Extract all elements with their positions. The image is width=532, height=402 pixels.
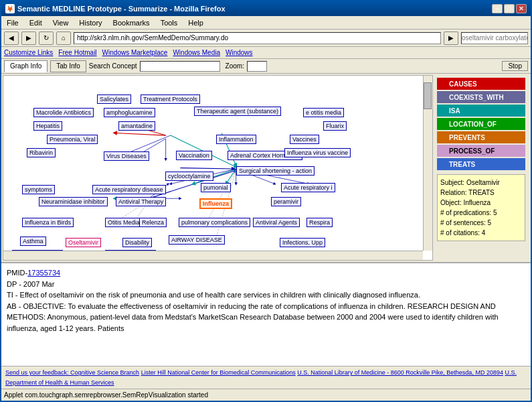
node-treatment-protocols[interactable]: Treatment Protocols bbox=[141, 94, 200, 104]
menu-file[interactable]: File bbox=[4, 18, 21, 27]
node-pulmonary-complications[interactable]: pulmonary complications bbox=[179, 218, 250, 227]
footer-link-1[interactable]: Send us your feedback: Cognitive Science… bbox=[5, 369, 139, 376]
menu-edit[interactable]: Edit bbox=[27, 18, 45, 27]
node-ribavirin[interactable]: Ribavirin bbox=[27, 148, 56, 157]
info-relation: Relation: TREATS bbox=[440, 188, 522, 198]
node-influenza[interactable]: Influenza bbox=[199, 198, 232, 209]
svg-line-18 bbox=[115, 133, 166, 135]
node-pneumonia-viral[interactable]: Pneumonia, Viral bbox=[47, 135, 98, 144]
vertical-scrollbar[interactable] bbox=[423, 76, 432, 251]
legend-isa[interactable]: ISA bbox=[437, 105, 525, 117]
node-antiviral-therapy[interactable]: Antiviral Therapy bbox=[116, 197, 166, 206]
node-fluarix[interactable]: Fluarix bbox=[323, 121, 347, 131]
legend-prevents[interactable]: PREVENTS bbox=[437, 131, 525, 143]
node-macrolide[interactable]: Macrolide Antibiotics bbox=[33, 108, 94, 117]
address-bar[interactable]: http://skr3.nlm.nih.gov/SemMedDemo/Summa… bbox=[74, 32, 441, 44]
links-hotmail[interactable]: Free Hotmail bbox=[58, 49, 96, 56]
node-airway-disease[interactable]: AIRWAY DISEASE bbox=[169, 235, 225, 245]
legend-location[interactable]: LOCATION_OF bbox=[437, 118, 525, 130]
tab-info-tab[interactable]: Tab Info bbox=[50, 60, 86, 72]
pmid-label: PMID- bbox=[7, 269, 27, 277]
legend-causes[interactable]: CAUSES bbox=[437, 78, 525, 90]
graph-svg bbox=[3, 76, 432, 260]
back-button[interactable]: ◀ bbox=[4, 31, 19, 45]
info-citations: # of citations: 4 bbox=[440, 228, 522, 238]
pmid-link[interactable]: 17355734 bbox=[27, 269, 60, 277]
links-media[interactable]: Windows Media bbox=[173, 49, 220, 56]
maximize-button[interactable]: □ bbox=[504, 4, 515, 13]
links-customize[interactable]: Customize Links bbox=[4, 49, 53, 56]
node-respira[interactable]: Respira bbox=[306, 218, 333, 227]
forward-button[interactable]: ▶ bbox=[21, 31, 36, 45]
node-amphoglucamine[interactable]: amphoglucamine bbox=[104, 108, 155, 117]
legend-location-label: LOCATION_OF bbox=[449, 121, 497, 128]
node-symptoms[interactable]: symptoms bbox=[22, 185, 55, 194]
node-otitis-media[interactable]: Otitis Media bbox=[105, 218, 143, 227]
legend-process[interactable]: PROCESS_OF bbox=[437, 145, 525, 157]
node-vaccination[interactable]: Vaccination bbox=[176, 151, 212, 160]
node-neuraminidase[interactable]: Neuraminidase inhibitor bbox=[39, 197, 108, 206]
node-inflammation[interactable]: Inflammation bbox=[216, 135, 256, 144]
menu-help[interactable]: Help bbox=[185, 18, 206, 27]
legend-treats-box bbox=[440, 161, 446, 168]
main-window: 🦊 Semantic MEDLINE Prototype - Summarize… bbox=[0, 0, 532, 402]
linksbar: Customize Links Free Hotmail Windows Mar… bbox=[1, 47, 531, 59]
legend-prevents-label: PREVENTS bbox=[449, 134, 485, 141]
window-title: Semantic MEDLINE Prototype - Summarize -… bbox=[17, 5, 226, 13]
go-button[interactable]: ▶ bbox=[444, 31, 458, 45]
search-google-input[interactable] bbox=[461, 32, 528, 44]
node-otitis-media-e[interactable]: e otitis media bbox=[303, 108, 344, 117]
node-hepatitis[interactable]: Hepatitis bbox=[33, 121, 62, 131]
node-therapeutic-agent[interactable]: Therapeutic agent (substance) bbox=[194, 107, 281, 116]
reload-button[interactable]: ↻ bbox=[39, 31, 54, 45]
node-influenza-vaccine[interactable]: Influenza virus vaccine bbox=[284, 148, 351, 157]
menu-bookmarks[interactable]: Bookmarks bbox=[110, 18, 153, 27]
legend-coexists[interactable]: COEXISTS_WITH bbox=[437, 91, 525, 103]
scrollbar-thumb-v[interactable] bbox=[424, 82, 432, 109]
node-disability[interactable]: Disability bbox=[122, 238, 152, 247]
legend-isa-label: ISA bbox=[449, 107, 460, 115]
node-virus-diseases[interactable]: Virus Diseases bbox=[104, 151, 149, 161]
node-cyclooctylamine[interactable]: cyclooctylamine bbox=[165, 172, 213, 181]
close-button[interactable]: ✕ bbox=[516, 4, 527, 13]
search-concept-label: Search Concept bbox=[89, 62, 137, 70]
menu-history[interactable]: History bbox=[76, 18, 104, 27]
node-acute-resp[interactable]: Acute respiratory disease bbox=[92, 185, 166, 194]
node-surgical-shortening[interactable]: Surgical shortening - action bbox=[236, 166, 315, 176]
home-button[interactable]: ⌂ bbox=[56, 31, 71, 45]
bottom-panel: PMID-17355734 DP - 2007 Mar TI - Effect … bbox=[1, 262, 531, 366]
info-predications: # of predications: 5 bbox=[440, 208, 522, 218]
minimize-button[interactable]: ─ bbox=[492, 4, 503, 13]
node-vaccines[interactable]: Vaccines bbox=[290, 135, 319, 144]
node-pumonial[interactable]: pumonial bbox=[201, 183, 231, 192]
node-asthma[interactable]: Asthma bbox=[20, 237, 46, 246]
node-relenza[interactable]: Relenza bbox=[139, 218, 167, 227]
menu-tools[interactable]: Tools bbox=[158, 18, 181, 27]
graph-info-tab[interactable]: Graph Info bbox=[4, 60, 48, 72]
node-salicylates[interactable]: Salicylates bbox=[97, 94, 131, 104]
zoom-input[interactable] bbox=[247, 61, 267, 72]
node-antiviral-agents[interactable]: Antiviral Agents bbox=[253, 218, 300, 227]
horizontal-scrollbar[interactable] bbox=[3, 251, 423, 260]
footer-link-3[interactable]: U.S. National Library of Medicine - 8600… bbox=[297, 369, 503, 376]
legend-isa-box bbox=[440, 107, 446, 114]
links-marketplace[interactable]: Windows Marketplace bbox=[102, 49, 168, 56]
node-oseltamivir[interactable]: Oseltamivir bbox=[66, 238, 101, 247]
node-amantadine[interactable]: amantadine bbox=[118, 121, 155, 131]
search-concept-input[interactable] bbox=[140, 61, 220, 72]
stop-button[interactable]: Stop bbox=[502, 61, 528, 71]
legend-prevents-box bbox=[440, 134, 446, 141]
node-peramivir[interactable]: peramivir bbox=[271, 197, 301, 206]
content-area: Graph Info Tab Info Search Concept Zoom:… bbox=[1, 59, 531, 366]
node-influenza-birds[interactable]: Influenza in Birds bbox=[22, 218, 74, 227]
status-text: Applet com.touchgraph.semrepbrowser.SemR… bbox=[4, 391, 208, 399]
links-windows[interactable]: Windows bbox=[226, 49, 253, 56]
footer-link-2[interactable]: Lister Hill National Center for Biomedic… bbox=[141, 369, 296, 376]
menu-view[interactable]: View bbox=[50, 18, 72, 27]
titlebar-buttons: ─ □ ✕ bbox=[492, 4, 527, 13]
node-infections-upp[interactable]: Infections, Upp bbox=[280, 238, 325, 247]
legend-location-box bbox=[440, 121, 446, 127]
node-acute-resp-i[interactable]: Acute respiratory i bbox=[281, 183, 335, 192]
legend-treats[interactable]: TREATS bbox=[437, 158, 525, 170]
legend-coexists-label: COEXISTS_WITH bbox=[449, 94, 504, 101]
